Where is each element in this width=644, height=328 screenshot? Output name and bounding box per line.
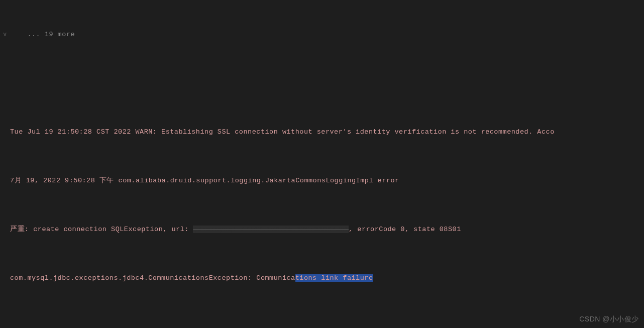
blank-line: [0, 77, 644, 89]
console-line: com.mysql.jdbc.exceptions.jdbc4.Communic…: [0, 272, 644, 284]
timestamp-text: 7月 19, 2022 9:50:28 下午 com.alibaba.druid…: [10, 175, 644, 187]
highlighted-selection[interactable]: tions link failure: [295, 274, 373, 282]
severe-prefix: 严重: create connection SQLException, url:: [10, 226, 193, 233]
severe-text: 严重: create connection SQLException, url:…: [10, 224, 644, 236]
watermark: CSDN @小小俊少: [579, 313, 639, 325]
more-text: ... 19 more: [10, 29, 644, 41]
redacted-url: jdbc:mysql://192.168.25.129:3306/db1: [193, 226, 349, 233]
console-line: 严重: create connection SQLException, url:…: [0, 224, 644, 236]
console-line: 7月 19, 2022 9:50:28 下午 com.alibaba.druid…: [0, 175, 644, 187]
severe-suffix: , errorCode 0, state 08S01: [349, 226, 461, 233]
warn-text: Tue Jul 19 21:50:28 CST 2022 WARN: Estab…: [10, 126, 644, 138]
gutter-arrow: V: [0, 31, 10, 40]
blank-line: [0, 321, 644, 328]
exception-prefix: com.mysql.jdbc.exceptions.jdbc4.Communic…: [10, 274, 295, 282]
console-output: V ... 19 more Tue Jul 19 21:50:28 CST 20…: [0, 0, 644, 328]
console-line: V ... 19 more: [0, 29, 644, 41]
console-line: Tue Jul 19 21:50:28 CST 2022 WARN: Estab…: [0, 126, 644, 138]
exception-text: com.mysql.jdbc.exceptions.jdbc4.Communic…: [10, 272, 644, 284]
